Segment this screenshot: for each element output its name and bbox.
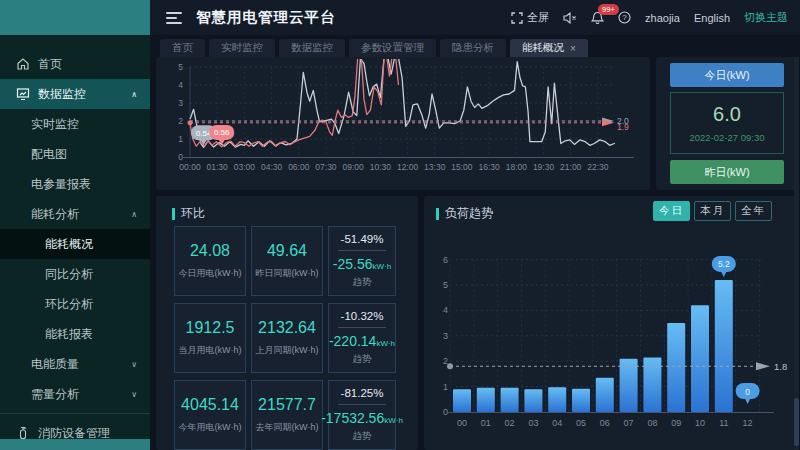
power-line-chart: 01234500:0001:3003:0004:3006:0007:3009:0…	[156, 57, 650, 190]
svg-text:00: 00	[457, 418, 467, 428]
stat-card: 21577.7 去年同期(kW·h)	[251, 380, 323, 450]
sidebar-item-realtime-monitor[interactable]: 实时监控	[0, 109, 150, 139]
sidebar-item-label: 实时监控	[31, 116, 79, 133]
svg-text:11: 11	[719, 418, 728, 428]
sidebar-bottom-accent	[0, 439, 150, 450]
sidebar-item-label: 能耗概况	[45, 236, 93, 253]
panel-title: 环比	[172, 205, 205, 222]
language-switch[interactable]: English	[694, 12, 730, 24]
chevron-up-icon: ∧	[131, 210, 137, 219]
fullscreen-label: 全屏	[527, 10, 549, 25]
svg-text:13:30: 13:30	[424, 162, 446, 172]
mute-button[interactable]	[563, 12, 577, 24]
range-today-button[interactable]: 今日	[653, 201, 690, 221]
scrollbar-track[interactable]	[794, 57, 799, 450]
load-trend-range-buttons: 今日 本月 全年	[653, 201, 772, 221]
svg-text:3: 3	[443, 331, 448, 341]
svg-text:18:00: 18:00	[506, 162, 528, 172]
range-year-button[interactable]: 全年	[735, 201, 772, 221]
svg-text:5: 5	[443, 280, 448, 290]
header-actions: 全屏 99+ ? zhaojia English 切换主题	[511, 10, 788, 25]
fullscreen-button[interactable]: 全屏	[511, 10, 549, 25]
ring-comparison-panel: 环比 24.08 今日用电(kW·h) 49.64 昨日同期(kW·h) -51…	[156, 196, 418, 450]
svg-text:07: 07	[624, 418, 634, 428]
power-curve-panel: 01234500:0001:3003:0004:3006:0007:3009:0…	[156, 57, 650, 190]
sidebar-menu: 首页 数据监控 ∧ 实时监控 配电图 电参量报表 能耗分析 ∧ 能耗概况	[0, 49, 150, 448]
username[interactable]: zhaojia	[645, 12, 680, 24]
svg-text:1.9: 1.9	[617, 122, 629, 132]
close-tab-icon[interactable]: ×	[570, 43, 576, 54]
svg-text:5.2: 5.2	[718, 259, 730, 269]
sidebar-item-energy-analysis[interactable]: 能耗分析 ∧	[0, 199, 150, 229]
stat-card: 24.08 今日用电(kW·h)	[174, 226, 246, 296]
sidebar-item-energy-overview[interactable]: 能耗概况	[0, 229, 150, 259]
menu-collapse-icon[interactable]	[166, 12, 182, 24]
tab-hazard-analysis[interactable]: 隐患分析	[440, 39, 506, 57]
svg-text:03: 03	[528, 418, 538, 428]
svg-text:6: 6	[443, 255, 448, 265]
help-button[interactable]: ?	[618, 11, 631, 24]
sidebar-item-label: 需量分析	[31, 386, 79, 403]
scrollbar-thumb[interactable]	[794, 398, 799, 446]
theme-switch[interactable]: 切换主题	[744, 10, 788, 25]
sidebar-item-label: 同比分析	[45, 266, 93, 283]
svg-text:12: 12	[743, 418, 753, 428]
svg-text:07:30: 07:30	[315, 162, 337, 172]
stat-card: 2132.64 上月同期(kW·h)	[251, 303, 323, 373]
svg-text:4: 4	[178, 80, 183, 90]
panel-title: 负荷趋势	[436, 205, 493, 222]
sidebar-item-label: 配电图	[31, 146, 67, 163]
tab-realtime-monitor[interactable]: 实时监控	[209, 39, 275, 57]
svg-text:02: 02	[505, 418, 515, 428]
sidebar-item-energy-report[interactable]: 能耗报表	[0, 319, 150, 349]
today-kw-button[interactable]: 今日(kW)	[670, 63, 784, 87]
svg-text:0: 0	[745, 387, 750, 397]
svg-text:09: 09	[671, 418, 681, 428]
app-title: 智慧用电管理云平台	[196, 8, 336, 27]
svg-text:0.56: 0.56	[214, 128, 230, 137]
load-trend-panel: 负荷趋势 今日 本月 全年 01234560001020304050607080…	[424, 196, 798, 450]
svg-text:00:00: 00:00	[179, 162, 201, 172]
sidebar-item-param-report[interactable]: 电参量报表	[0, 169, 150, 199]
sidebar-item-yoy-analysis[interactable]: 同比分析	[0, 259, 150, 289]
today-power-panel: 今日(kW) 6.0 2022-02-27 09:30 昨日(kW)	[656, 57, 798, 190]
tab-strip: 首页 实时监控 数据监控 参数设置管理 隐患分析 能耗概况 ×	[150, 35, 800, 57]
chevron-up-icon: ∧	[131, 90, 137, 99]
svg-text:2: 2	[178, 116, 183, 126]
stat-card: 4045.14 今年用电(kW·h)	[174, 380, 246, 450]
tab-data-monitor[interactable]: 数据监控	[279, 39, 345, 57]
range-month-button[interactable]: 本月	[694, 201, 731, 221]
tab-energy-overview[interactable]: 能耗概况 ×	[510, 39, 588, 57]
svg-text:04:30: 04:30	[261, 162, 283, 172]
tab-param-settings[interactable]: 参数设置管理	[349, 39, 436, 57]
svg-text:4: 4	[443, 305, 448, 315]
sidebar-item-label: 能耗分析	[31, 206, 79, 223]
stat-grid: 24.08 今日用电(kW·h) 49.64 昨日同期(kW·h) -51.49…	[174, 226, 396, 450]
sidebar: 首页 数据监控 ∧ 实时监控 配电图 电参量报表 能耗分析 ∧ 能耗概况	[0, 0, 150, 450]
svg-text:08: 08	[647, 418, 657, 428]
sidebar-item-mom-analysis[interactable]: 环比分析	[0, 289, 150, 319]
sidebar-item-label: 数据监控	[38, 86, 86, 103]
svg-text:01: 01	[481, 418, 491, 428]
sidebar-item-data-monitor[interactable]: 数据监控 ∧	[0, 79, 150, 109]
sidebar-item-home[interactable]: 首页	[0, 49, 150, 79]
sidebar-divider	[0, 413, 150, 414]
sidebar-item-label: 电能质量	[31, 356, 79, 373]
notifications-button[interactable]: 99+	[591, 11, 604, 25]
tab-home[interactable]: 首页	[160, 39, 205, 57]
sidebar-item-demand-analysis[interactable]: 需量分析 ∨	[0, 379, 150, 409]
svg-text:01:30: 01:30	[207, 162, 229, 172]
svg-text:12:00: 12:00	[397, 162, 419, 172]
title-accent-bar	[172, 208, 175, 220]
sidebar-item-power-quality[interactable]: 电能质量 ∨	[0, 349, 150, 379]
current-power-box: 6.0 2022-02-27 09:30	[670, 92, 784, 154]
chevron-down-icon: ∨	[131, 390, 137, 399]
yesterday-kw-button[interactable]: 昨日(kW)	[670, 160, 784, 184]
svg-text:09:00: 09:00	[343, 162, 365, 172]
svg-text:03:00: 03:00	[234, 162, 256, 172]
load-trend-bar-chart: 0123456000102030405060708091011121.85.20	[430, 238, 794, 448]
sidebar-item-label: 能耗报表	[45, 326, 93, 343]
svg-text:1.8: 1.8	[774, 361, 787, 372]
sidebar-item-distribution-map[interactable]: 配电图	[0, 139, 150, 169]
stat-card: 49.64 昨日同期(kW·h)	[251, 226, 323, 296]
